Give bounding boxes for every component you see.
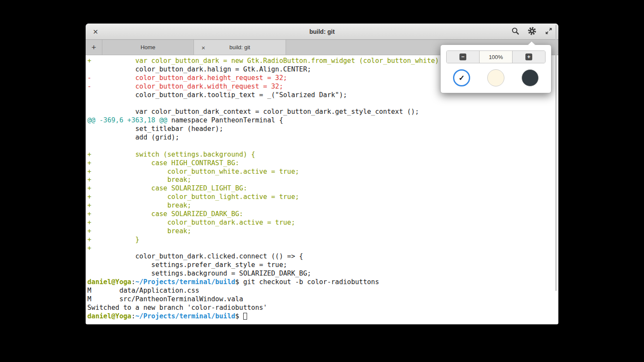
terminal-line (87, 99, 558, 108)
tab-close-button[interactable]: × (199, 40, 208, 55)
titlebar: × build: git (86, 24, 558, 40)
terminal-scrollbar[interactable] (555, 25, 557, 291)
tab-build-git[interactable]: × build: git (194, 40, 286, 55)
terminal-line: @@ -369,6 +363,18 @@ namespace PantheonT… (87, 116, 558, 125)
minus-icon: − (459, 53, 466, 60)
expand-arrows-icon (545, 27, 553, 36)
desktop-background: × build: git (0, 0, 644, 362)
terminal-line: M src/PantheonTerminalWindow.vala (87, 295, 558, 304)
settings-gear-button[interactable] (526, 26, 537, 37)
terminal-line: daniel@Yoga:~/Projects/terminal/build$ g… (87, 278, 558, 287)
zoom-level: 100% (479, 51, 513, 63)
terminal-line: daniel@Yoga:~/Projects/terminal/build$ (87, 312, 558, 321)
theme-solarized-dark-button[interactable] (522, 69, 539, 86)
titlebar-actions (510, 24, 554, 40)
terminal-line: settings.background = SOLARIZED_DARK_BG; (87, 270, 558, 278)
settings-popover: − 100% + ✓ (440, 45, 552, 93)
terminal-line: + case SOLARIZED_LIGHT_BG: (87, 184, 558, 193)
terminal-line: + break; (87, 227, 558, 236)
terminal-line: settings.prefer_dark_style = true; (87, 261, 558, 270)
terminal-line: + case SOLARIZED_DARK_BG: (87, 210, 558, 219)
terminal-line: + color_button_light.active = true; (87, 193, 558, 202)
new-tab-button[interactable]: + (86, 40, 102, 55)
zoom-control: − 100% + (446, 50, 546, 63)
terminal-line: add (grid); (87, 134, 558, 142)
window-title: build: git (86, 28, 558, 35)
zoom-in-button[interactable]: + (513, 51, 545, 63)
tab-home[interactable]: Home (102, 40, 194, 55)
theme-solarized-light-button[interactable] (487, 69, 504, 86)
terminal-line (87, 142, 558, 151)
terminal-output[interactable]: + var color_button_dark = new Gtk.RadioB… (86, 55, 558, 324)
gear-icon (528, 27, 537, 37)
tab-build-git-label: build: git (230, 44, 250, 50)
terminal-line: + } (87, 236, 558, 244)
terminal-line: set_titlebar (header); (87, 125, 558, 134)
terminal-line: Switched to a new branch 'color-radiobut… (87, 304, 558, 312)
terminal-line: + break; (87, 202, 558, 210)
terminal-line: color_button_dark.clicked.connect (() =>… (87, 252, 558, 261)
search-icon (511, 27, 519, 36)
tab-home-label: Home (140, 44, 155, 50)
terminal-line: + color_button_dark.active = true; (87, 219, 558, 227)
terminal-line: + color_button_white.active = true; (87, 168, 558, 176)
terminal-line: M data/Application.css (87, 287, 558, 295)
fullscreen-button[interactable] (543, 26, 554, 37)
terminal-line: + (87, 244, 558, 253)
zoom-out-button[interactable]: − (447, 51, 479, 63)
theme-picker: ✓ (446, 69, 546, 86)
theme-high-contrast-button[interactable]: ✓ (453, 69, 470, 86)
check-icon: ✓ (459, 74, 465, 83)
terminal-cursor (243, 313, 247, 320)
window-close-button[interactable]: × (89, 24, 102, 40)
terminal-line: + break; (87, 176, 558, 184)
terminal-line: + switch (settings.background) { (87, 151, 558, 159)
plus-icon: + (525, 53, 532, 60)
terminal-line: var color_button_dark_context = color_bu… (87, 108, 558, 116)
search-button[interactable] (510, 26, 521, 37)
terminal-line: + case HIGH_CONTRAST_BG: (87, 159, 558, 168)
